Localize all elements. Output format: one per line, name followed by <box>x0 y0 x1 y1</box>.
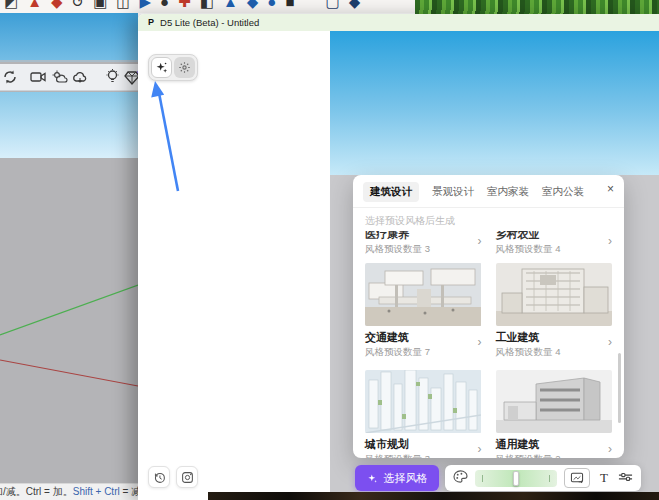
category-card-general[interactable]: 通用建筑 风格预设数量 2 › <box>496 370 613 458</box>
category-count: 风格预设数量 7 <box>365 346 470 359</box>
chevron-right-icon[interactable]: › <box>478 442 482 456</box>
category-count: 风格预设数量 3 <box>365 243 482 256</box>
status-text: = 减。 <box>120 486 138 497</box>
category-title: 交通建筑 <box>365 330 470 345</box>
tool-icon[interactable]: ↺ <box>72 0 85 9</box>
text-tool-button[interactable]: T <box>597 470 611 486</box>
slider-tick <box>482 475 483 482</box>
style-preset-panel: 建筑设计 景观设计 室内家装 室内公装 × 选择预设风格后生成 医疗康养 风格预… <box>353 175 624 458</box>
tool-icon[interactable]: ● <box>267 0 276 9</box>
category-count: 风格预设数量 3 <box>365 453 470 458</box>
camera-icon[interactable] <box>30 70 47 84</box>
taskbar-strip[interactable] <box>208 492 659 500</box>
render-sky <box>330 31 659 175</box>
d5-left-pane <box>138 31 330 500</box>
tab-architecture[interactable]: 建筑设计 <box>363 182 419 202</box>
category-card-transport[interactable]: 交通建筑 风格预设数量 7 › <box>365 263 482 359</box>
category-title: 城市规划 <box>365 437 470 452</box>
choose-style-label: 选择风格 <box>384 471 428 486</box>
tool-icon[interactable]: ✚ <box>178 0 191 9</box>
lightbulb-icon[interactable] <box>105 69 120 85</box>
category-card-industrial[interactable]: 工业建筑 风格预设数量 4 › <box>496 263 613 359</box>
preset-category-list: 医疗康养 风格预设数量 3 › 乡村农业 风格预设数量 4 › <box>353 231 624 458</box>
tool-icon[interactable]: ■ <box>285 0 294 9</box>
tool-icon[interactable]: ▶ <box>140 0 152 9</box>
tab-interior-commercial[interactable]: 室内公装 <box>542 185 584 199</box>
sync-icon[interactable] <box>2 69 18 85</box>
screenshot-root: ◩ ▲ ◆ ↺ ▣ ◫ ▶ ● ✚ ◧ ▲ ◆ ● ■ ▢ ◆ <box>0 0 659 500</box>
chevron-right-icon[interactable]: › <box>608 442 612 456</box>
sketchup-viewport[interactable]: 加/减。Ctrl = 加。Shift + Ctrl = 减。 <box>0 13 138 500</box>
card-thumbnail <box>496 263 613 326</box>
mode-toggle <box>148 54 198 81</box>
category-card-urban[interactable]: 城市规划 风格预设数量 3 › <box>365 370 482 458</box>
corner-buttons <box>148 466 198 488</box>
palette-icon[interactable] <box>453 469 468 487</box>
viewport-sky-upper <box>0 13 138 62</box>
tab-interior-home[interactable]: 室内家装 <box>487 185 529 199</box>
tool-icon[interactable]: ▲ <box>223 0 238 9</box>
category-count: 风格预设数量 2 <box>496 453 601 458</box>
tool-icon[interactable]: ▲ <box>27 0 42 9</box>
export-image-button[interactable] <box>564 468 590 488</box>
d5-logo-icon: P <box>148 18 154 27</box>
adjustments-icon[interactable] <box>618 469 633 487</box>
desktop-wallpaper-bamboo <box>415 0 659 15</box>
category-item-rural[interactable]: 乡村农业 风格预设数量 4 › <box>496 231 613 256</box>
category-item-medical[interactable]: 医疗康养 风格预设数量 3 › <box>365 231 482 256</box>
category-card-grid: 交通建筑 风格预设数量 7 › <box>365 263 612 458</box>
tool-icon[interactable]: ◆ <box>247 0 259 9</box>
card-thumbnail <box>365 370 482 433</box>
card-thumbnail <box>496 370 613 433</box>
style-strength-slider[interactable] <box>475 470 557 487</box>
d5-titlebar[interactable]: P D5 Lite (Beta) - Untitled <box>138 14 659 31</box>
chevron-right-icon[interactable]: › <box>478 234 482 248</box>
tool-icon[interactable]: ◫ <box>116 0 130 9</box>
chevron-right-icon[interactable]: › <box>608 335 612 349</box>
category-count: 风格预设数量 4 <box>496 346 601 359</box>
tool-icon[interactable]: ◩ <box>4 0 18 9</box>
sun-cloud-icon[interactable] <box>51 70 68 84</box>
list-row-partial: 医疗康养 风格预设数量 3 › 乡村农业 风格预设数量 4 › <box>365 231 612 256</box>
annotation-arrow <box>138 31 330 500</box>
status-bar: 加/减。Ctrl = 加。Shift + Ctrl = 减。 <box>0 483 138 500</box>
chevron-right-icon[interactable]: › <box>478 335 482 349</box>
gallery-button[interactable] <box>176 466 198 488</box>
settings-toggle[interactable] <box>174 57 195 78</box>
tool-icon[interactable]: ▣ <box>93 0 107 9</box>
sketchup-top-toolbar: ◩ ▲ ◆ ↺ ▣ ◫ ▶ ● ✚ ◧ ▲ ◆ ● ■ ▢ ◆ <box>0 0 415 13</box>
gem-icon[interactable] <box>124 70 138 85</box>
category-title: 乡村农业 <box>496 231 613 242</box>
tab-landscape[interactable]: 景观设计 <box>432 185 474 199</box>
window-title: D5 Lite (Beta) - Untitled <box>160 17 259 28</box>
slider-handle[interactable] <box>513 471 519 486</box>
tool-icon[interactable]: ◧ <box>200 0 214 9</box>
choose-style-button[interactable]: 选择风格 <box>355 465 439 491</box>
ai-generate-toggle[interactable] <box>151 57 172 78</box>
chevron-right-icon[interactable]: › <box>608 234 612 248</box>
category-title: 工业建筑 <box>496 330 601 345</box>
viewport-sky-lower <box>0 92 138 158</box>
window-doc-icon[interactable]: ▢ <box>325 0 339 9</box>
status-text-shortcut: Shift + Ctrl <box>73 486 120 497</box>
bottom-action-bar: 选择风格 T <box>355 465 641 491</box>
window-user-icon[interactable]: ◆ <box>349 0 361 9</box>
close-icon[interactable]: × <box>607 183 614 195</box>
history-button[interactable] <box>148 466 170 488</box>
card-thumbnail <box>365 263 482 326</box>
tool-icon[interactable]: ● <box>160 0 169 9</box>
panel-subtitle: 选择预设风格后生成 <box>353 208 624 228</box>
category-title: 医疗康养 <box>365 231 482 242</box>
cloud-sync-icon[interactable] <box>72 70 89 84</box>
panel-scrollbar[interactable] <box>618 353 621 423</box>
d5-lite-window: P D5 Lite (Beta) - Untitled <box>138 14 659 500</box>
tool-icon[interactable]: ◆ <box>51 0 63 9</box>
category-count: 风格预设数量 4 <box>496 243 613 256</box>
d5-sync-toolbar <box>0 64 138 91</box>
render-tool-strip: T <box>445 465 641 491</box>
status-text: 加/减。Ctrl = 加。 <box>0 486 73 497</box>
panel-tab-bar: 建筑设计 景观设计 室内家装 室内公装 × <box>353 175 624 208</box>
model-axes <box>0 158 138 483</box>
slider-tick <box>549 475 550 482</box>
category-title: 通用建筑 <box>496 437 601 452</box>
